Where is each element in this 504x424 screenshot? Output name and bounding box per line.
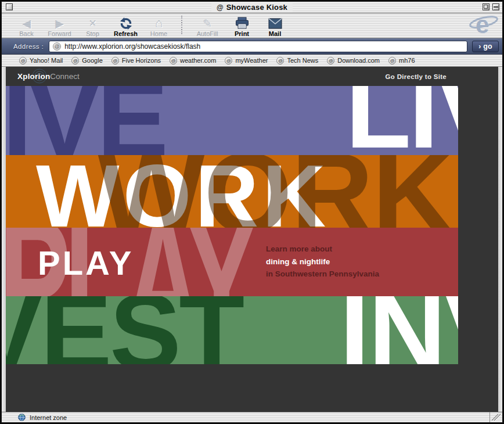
promo-line-1: Learn more about	[266, 243, 379, 256]
status-text: Internet zone	[30, 414, 67, 421]
window-frame-left	[2, 67, 6, 412]
browser-window: @ Showcase Kiosk ◀ Back ▶ Forward ✕ Stop	[1, 1, 503, 423]
back-button[interactable]: ◀ Back	[10, 14, 43, 37]
favorite-five-horizons[interactable]: @ Five Horizons	[111, 57, 161, 64]
refresh-button[interactable]: Refresh	[109, 14, 142, 37]
favorite-download-com[interactable]: @ Download.com	[327, 57, 380, 64]
favorite-mh76[interactable]: @ mh76	[388, 57, 415, 64]
invest-back-text: VEST	[6, 296, 242, 364]
favorite-google[interactable]: @ Google	[71, 57, 102, 64]
flash-banner[interactable]: IVE LIV WORK WORK PLAY PLAY Learn more a…	[6, 86, 458, 364]
logo-text-light: Connect	[50, 72, 79, 81]
back-label: Back	[19, 30, 33, 37]
site-header: XplorionConnect Go Directly to Site	[6, 67, 458, 86]
favorite-icon: @	[111, 57, 119, 64]
zoom-box[interactable]	[483, 3, 489, 10]
address-label: Address :	[13, 43, 44, 50]
desktop-background: @ Showcase Kiosk ◀ Back ▶ Forward ✕ Stop	[0, 0, 504, 424]
status-bar: Internet zone	[2, 412, 502, 422]
favorite-icon: @	[225, 57, 232, 64]
window-frame-right	[498, 67, 502, 412]
refresh-label: Refresh	[114, 30, 138, 37]
live-back-text: IVE	[6, 86, 165, 155]
favorite-icon: @	[276, 57, 284, 64]
band-play: PLAY PLAY Learn more about dining & nigh…	[6, 228, 458, 296]
page-icon: @	[217, 3, 224, 12]
forward-label: Forward	[48, 30, 71, 37]
svg-text:e: e	[476, 12, 489, 37]
logo-text-bold: Xplorion	[17, 72, 50, 81]
url-page-icon: @	[53, 42, 61, 51]
globe-icon	[18, 414, 26, 421]
close-box[interactable]	[6, 3, 13, 10]
stop-icon: ✕	[88, 16, 96, 30]
refresh-icon	[119, 16, 133, 30]
band-live: IVE LIV	[6, 86, 458, 155]
stop-button[interactable]: ✕ Stop	[76, 14, 109, 37]
autofill-button[interactable]: ✎ AutoFill	[189, 14, 225, 37]
title-bar[interactable]: @ Showcase Kiosk	[2, 2, 502, 13]
resize-grip[interactable]	[489, 412, 502, 422]
autofill-label: AutoFill	[197, 30, 218, 37]
toolbar: ◀ Back ▶ Forward ✕ Stop	[2, 13, 502, 38]
go-button[interactable]: › go	[472, 41, 499, 52]
mail-label: Mail	[269, 30, 281, 37]
favorites-bar: @ Yahoo! Mail @ Google @ Five Horizons @…	[2, 55, 502, 67]
work-shadow-text: WORK	[98, 155, 453, 228]
live-front-text: LIV	[345, 86, 458, 155]
favorite-icon: @	[388, 57, 396, 64]
back-icon: ◀	[22, 16, 31, 30]
xplorion-connect-logo: XplorionConnect	[17, 72, 80, 81]
mail-button[interactable]: Mail	[258, 14, 291, 37]
favorite-icon: @	[170, 57, 177, 64]
band-invest: VEST INV	[6, 296, 458, 364]
forward-icon: ▶	[55, 16, 64, 30]
url-text[interactable]: http://www.xplorion.org/showcasekiosk/fl…	[64, 42, 200, 51]
forward-button[interactable]: ▶ Forward	[43, 14, 76, 37]
print-icon	[235, 16, 250, 30]
stop-label: Stop	[86, 30, 99, 37]
play-front-text: PLAY	[38, 246, 134, 280]
go-directly-to-site-link[interactable]: Go Directly to Site	[386, 73, 447, 80]
print-button[interactable]: Print	[225, 14, 258, 37]
mail-icon	[268, 16, 282, 30]
favorite-icon: @	[71, 57, 79, 64]
favorite-icon: @	[19, 57, 27, 64]
window-title: Showcase Kiosk	[226, 3, 287, 12]
home-icon: ⌂	[155, 16, 163, 30]
band-work: WORK WORK	[6, 155, 458, 228]
favorite-tech-news[interactable]: @ Tech News	[276, 57, 318, 64]
toolbar-separator	[181, 16, 182, 34]
collapse-box[interactable]	[492, 3, 499, 10]
autofill-icon: ✎	[203, 16, 212, 30]
print-label: Print	[235, 30, 249, 37]
favorite-myweather[interactable]: @ myWeather	[225, 57, 268, 64]
window-title-area: @ Showcase Kiosk	[211, 2, 293, 13]
invest-front-text: INV	[340, 296, 458, 364]
address-bar: Address : @ http://www.xplorion.org/show…	[2, 38, 502, 55]
go-label: go	[483, 42, 492, 51]
promo-line-2[interactable]: dining & nightlife	[266, 256, 379, 268]
internet-explorer-logo: e	[469, 12, 499, 39]
go-chevron-icon: ›	[478, 42, 481, 51]
promo-line-3: in Southwestern Pennsylvania	[266, 268, 379, 281]
home-label: Home	[150, 30, 167, 37]
favorite-weather-com[interactable]: @ weather.com	[170, 57, 216, 64]
browser-viewport: XplorionConnect Go Directly to Site IVE …	[6, 67, 498, 412]
promo-text-block: Learn more about dining & nightlife in S…	[266, 243, 379, 281]
favorite-yahoo-mail[interactable]: @ Yahoo! Mail	[19, 57, 63, 64]
favorite-icon: @	[327, 57, 334, 64]
home-button[interactable]: ⌂ Home	[142, 14, 175, 37]
address-input[interactable]: @ http://www.xplorion.org/showcasekiosk/…	[49, 41, 467, 52]
